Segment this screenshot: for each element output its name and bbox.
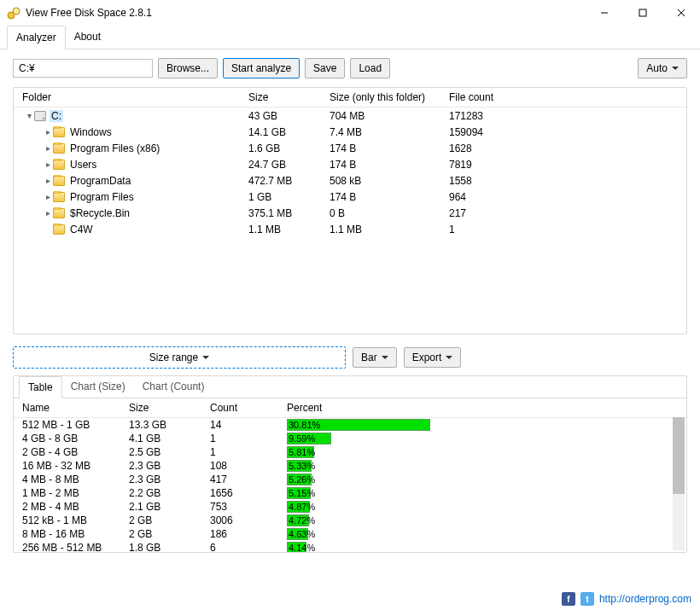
folder-icon <box>53 224 65 235</box>
tree-header: Folder Size Size (only this folder) File… <box>14 88 686 107</box>
cell-range-size: 2 GB <box>129 528 210 540</box>
th-count[interactable]: Count <box>210 402 287 414</box>
export-dropdown[interactable]: Export <box>404 347 462 368</box>
table-row[interactable]: 4 GB - 8 GB4.1 GB19.59% <box>14 432 686 445</box>
th-name[interactable]: Name <box>14 402 129 414</box>
path-input[interactable] <box>13 59 153 78</box>
twitter-icon[interactable]: t <box>580 592 594 606</box>
table-row[interactable]: 4 MB - 8 MB2.3 GB4175.26% <box>14 473 686 486</box>
table-row[interactable]: 2 GB - 4 GB2.5 GB15.81% <box>14 445 686 459</box>
expander-icon[interactable]: ▸ <box>43 176 53 185</box>
tree-body[interactable]: ▾C:43 GB704 MB171283▸Windows14.1 GB7.4 M… <box>14 107 686 334</box>
cell-range-percent: 4.87% <box>287 501 654 513</box>
tree-row[interactable]: ▾C:43 GB704 MB171283 <box>14 107 686 124</box>
cell-sizeonly: 704 MB <box>330 110 449 122</box>
folder-name: Program Files (x86) <box>68 142 161 154</box>
save-button[interactable]: Save <box>305 58 345 78</box>
folder-name: Program Files <box>68 191 136 203</box>
tab-about[interactable]: About <box>66 26 109 49</box>
tree-row[interactable]: ▸$Recycle.Bin375.1 MB0 B217 <box>14 205 686 221</box>
cell-range-name: 4 MB - 8 MB <box>14 473 129 485</box>
folder-icon <box>53 192 65 202</box>
folder-tree-panel: Folder Size Size (only this folder) File… <box>13 87 687 334</box>
cell-range-count: 1 <box>210 446 287 458</box>
tree-row[interactable]: C4W1.1 MB1.1 MB1 <box>14 221 686 237</box>
browse-button[interactable]: Browse... <box>158 58 218 78</box>
tab-analyzer[interactable]: Analyzer <box>7 26 66 49</box>
expander-icon[interactable]: ▸ <box>43 143 53 153</box>
svg-point-1 <box>13 8 20 15</box>
cell-range-percent: 5.33% <box>287 460 654 472</box>
cell-size: 24.7 GB <box>248 159 330 171</box>
cell-size: 1.1 MB <box>248 224 330 235</box>
tree-row[interactable]: ▸Program Files1 GB174 B964 <box>14 189 686 205</box>
cell-range-count: 3006 <box>210 514 287 526</box>
cell-range-count: 108 <box>210 460 287 472</box>
cell-size: 375.1 MB <box>248 207 330 219</box>
cell-range-count: 1656 <box>210 487 287 499</box>
scrollbar-thumb[interactable] <box>673 417 685 494</box>
percent-label: 5.26% <box>287 473 315 485</box>
th-percent[interactable]: Percent <box>287 402 654 414</box>
cell-count: 7819 <box>449 159 686 171</box>
cell-range-size: 2.3 GB <box>129 460 210 472</box>
cell-size: 43 GB <box>248 110 330 122</box>
percent-label: 5.81% <box>287 446 315 458</box>
cell-range-size: 2.3 GB <box>129 473 210 485</box>
col-count[interactable]: File count <box>449 91 686 103</box>
cell-range-name: 512 MB - 1 GB <box>14 419 129 431</box>
size-range-dropdown[interactable]: Size range <box>13 346 346 369</box>
maximize-button[interactable] <box>623 0 662 26</box>
cell-range-name: 2 MB - 4 MB <box>14 501 129 513</box>
col-sizeonly[interactable]: Size (only this folder) <box>330 91 449 103</box>
scrollbar[interactable] <box>673 417 685 550</box>
cell-range-percent: 4.63% <box>287 528 654 540</box>
mid-controls: Size range Bar Export <box>0 343 700 375</box>
cell-range-size: 4.1 GB <box>129 433 210 444</box>
tab-chart-size[interactable]: Chart (Size) <box>62 376 134 398</box>
minimize-button[interactable] <box>585 0 623 26</box>
facebook-icon[interactable]: f <box>562 592 575 606</box>
tree-row[interactable]: ▸Users24.7 GB174 B7819 <box>14 156 686 172</box>
statusbar: f t http://orderprog.com <box>0 588 700 610</box>
table-row[interactable]: 2 MB - 4 MB2.1 GB7534.87% <box>14 500 686 514</box>
cell-sizeonly: 508 kB <box>330 175 449 187</box>
cell-sizeonly: 174 B <box>330 159 449 171</box>
col-size[interactable]: Size <box>248 91 330 103</box>
percent-label: 4.14% <box>287 542 315 552</box>
bar-dropdown[interactable]: Bar <box>353 347 397 368</box>
auto-dropdown[interactable]: Auto <box>638 58 687 78</box>
col-folder[interactable]: Folder <box>14 91 248 103</box>
toolbar: Browse... Start analyze Save Load Auto <box>0 49 700 87</box>
percent-label: 4.63% <box>287 528 315 540</box>
th-size[interactable]: Size <box>129 402 210 414</box>
folder-name: C: <box>50 110 63 122</box>
table-body[interactable]: 512 MB - 1 GB13.3 GB1430.81%4 GB - 8 GB4… <box>14 418 686 552</box>
percent-label: 9.59% <box>287 433 315 444</box>
expander-icon[interactable]: ▸ <box>43 192 53 201</box>
table-row[interactable]: 8 MB - 16 MB2 GB1864.63% <box>14 527 686 541</box>
close-button[interactable] <box>662 0 700 26</box>
expander-icon[interactable]: ▾ <box>24 111 34 120</box>
table-row[interactable]: 16 MB - 32 MB2.3 GB1085.33% <box>14 459 686 473</box>
tab-chart-count[interactable]: Chart (Count) <box>134 376 213 398</box>
load-button[interactable]: Load <box>350 58 390 78</box>
folder-name: ProgramData <box>68 175 132 187</box>
expander-icon[interactable]: ▸ <box>43 208 53 218</box>
table-row[interactable]: 1 MB - 2 MB2.2 GB16565.15% <box>14 486 686 500</box>
start-analyze-button[interactable]: Start analyze <box>223 58 300 78</box>
cell-sizeonly: 174 B <box>330 191 449 203</box>
tree-row[interactable]: ▸Windows14.1 GB7.4 MB159094 <box>14 124 686 140</box>
tab-table[interactable]: Table <box>19 376 62 398</box>
expander-icon[interactable]: ▸ <box>43 160 53 169</box>
table-row[interactable]: 512 MB - 1 GB13.3 GB1430.81% <box>14 418 686 432</box>
homepage-link[interactable]: http://orderprog.com <box>599 593 691 605</box>
tree-row[interactable]: ▸Program Files (x86)1.6 GB174 B1628 <box>14 140 686 156</box>
svg-rect-3 <box>639 9 646 16</box>
table-row[interactable]: 512 kB - 1 MB2 GB30064.72% <box>14 514 686 527</box>
tree-row[interactable]: ▸ProgramData472.7 MB508 kB1558 <box>14 172 686 189</box>
expander-icon[interactable]: ▸ <box>43 127 53 137</box>
cell-range-name: 256 MB - 512 MB <box>14 542 129 552</box>
table-row[interactable]: 256 MB - 512 MB1.8 GB64.14% <box>14 541 686 552</box>
cell-sizeonly: 0 B <box>330 207 449 219</box>
